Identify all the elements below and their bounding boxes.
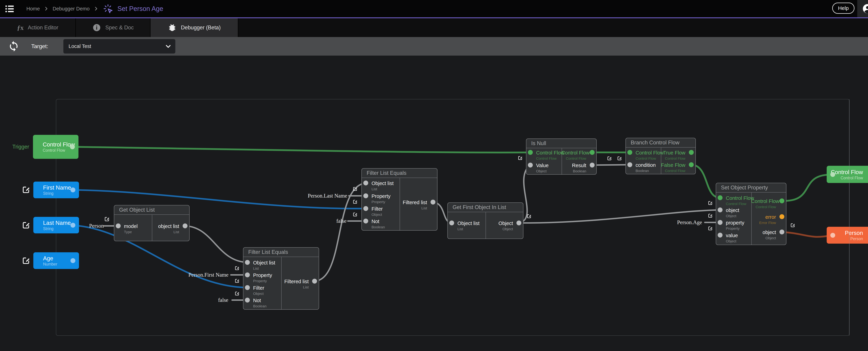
first-name-node[interactable]: First NameString bbox=[33, 182, 79, 198]
trigger-control-flow-node[interactable]: Control FlowControl Flow bbox=[33, 135, 79, 159]
branch-control-flow-port-false-flow[interactable] bbox=[689, 162, 694, 167]
port-type: Object bbox=[485, 227, 513, 231]
is-null-port-control-flow[interactable] bbox=[528, 150, 533, 155]
branch-control-flow-port-condition[interactable] bbox=[627, 162, 632, 167]
set-object-property-port-property[interactable] bbox=[718, 220, 722, 225]
branch-control-flow-port-control-flow[interactable] bbox=[627, 150, 632, 155]
help-button[interactable]: Help bbox=[832, 3, 855, 14]
tab-debugger-beta[interactable]: Debugger (Beta) bbox=[151, 18, 238, 37]
last-name-port[interactable] bbox=[70, 223, 75, 228]
is-null-port-result[interactable] bbox=[590, 163, 595, 168]
bug-icon bbox=[168, 23, 177, 32]
set-object-property-port-error[interactable] bbox=[779, 214, 784, 219]
branch-control-flow-port-true-flow[interactable] bbox=[689, 150, 694, 155]
edit-pencil-icon[interactable] bbox=[708, 226, 713, 231]
port-type: List bbox=[458, 227, 485, 231]
branch-control-flow-node[interactable]: Branch Control FlowControl FlowControl F… bbox=[625, 138, 696, 174]
filter-list-equals-1-port-not[interactable] bbox=[363, 218, 368, 224]
filter-list-equals-2-port-property[interactable] bbox=[245, 272, 250, 277]
first-name-port[interactable] bbox=[70, 187, 75, 192]
port-name: Filtered list bbox=[399, 199, 427, 206]
edit-pencil-icon[interactable] bbox=[235, 279, 239, 283]
edit-pencil-icon[interactable] bbox=[790, 223, 795, 228]
user-avatar-icon[interactable] bbox=[863, 4, 868, 14]
set-object-property-port-control-flow[interactable] bbox=[779, 199, 784, 203]
port-name: Filter bbox=[372, 205, 399, 212]
menu-list-icon[interactable] bbox=[4, 3, 15, 14]
filter-list-equals-2-port-filtered-list[interactable] bbox=[312, 279, 317, 284]
port-type: Control Flow bbox=[751, 205, 776, 209]
tab-spec-doc[interactable]: Spec & Doc bbox=[76, 18, 151, 37]
set-object-property-port-object[interactable] bbox=[779, 230, 784, 234]
port-type: Error Flow bbox=[751, 221, 776, 225]
edit-pencil-icon[interactable] bbox=[22, 185, 30, 194]
filter-list-equals-2-port-filter[interactable] bbox=[245, 285, 250, 290]
breadcrumb-home[interactable]: Home bbox=[26, 6, 40, 12]
tab-action-editor[interactable]: ƒx Action Editor bbox=[0, 18, 76, 37]
port-type: Control Flow bbox=[636, 156, 661, 160]
person-output-port[interactable] bbox=[830, 233, 835, 238]
edit-pencil-icon[interactable] bbox=[607, 156, 612, 160]
port-type: Control Flow bbox=[661, 169, 686, 173]
edit-pencil-icon[interactable] bbox=[353, 199, 358, 204]
port-name: Result bbox=[561, 162, 586, 169]
trigger-control-flow-port[interactable] bbox=[70, 144, 75, 149]
filter-list-equals-2-node[interactable]: Filter List EqualsObject listListPropert… bbox=[243, 247, 319, 310]
filter-list-equals-1-port-filter[interactable] bbox=[363, 206, 368, 211]
filter-list-equals-2-title: Filter List Equals bbox=[243, 247, 319, 257]
get-first-object-in-list-port-object-list[interactable] bbox=[449, 221, 454, 225]
filter-list-equals-1-port-object-list[interactable] bbox=[363, 180, 368, 185]
edit-pencil-icon[interactable] bbox=[353, 212, 358, 217]
port-type: Object bbox=[536, 169, 561, 173]
target-label: Target: bbox=[31, 37, 48, 56]
edit-pencil-icon[interactable] bbox=[353, 186, 358, 191]
person-output-node[interactable]: PersonPerson bbox=[827, 227, 868, 244]
port-name: Property bbox=[372, 193, 399, 200]
page-title: Set Person Age bbox=[117, 5, 163, 12]
edit-pencil-icon[interactable] bbox=[518, 155, 523, 160]
age-node[interactable]: AgeNumber bbox=[33, 252, 79, 269]
control-flow-output-node[interactable]: Control FlowControl Flow bbox=[827, 166, 868, 183]
is-null-node[interactable]: Is NullControl FlowControl FlowValueObje… bbox=[526, 139, 597, 175]
age-port[interactable] bbox=[70, 258, 75, 263]
edit-pencil-icon[interactable] bbox=[22, 257, 30, 264]
edit-pencil-icon[interactable] bbox=[22, 221, 30, 229]
port-name: Not bbox=[372, 218, 399, 225]
filter-list-equals-2-port-not[interactable] bbox=[245, 298, 250, 302]
get-object-list-node[interactable]: Get Object ListmodelTypeobject listList bbox=[114, 205, 190, 241]
get-first-object-in-list-node[interactable]: Get First Object In ListObject listListO… bbox=[447, 202, 523, 239]
edit-pencil-icon[interactable] bbox=[617, 156, 622, 160]
edit-pencil-icon[interactable] bbox=[708, 213, 713, 218]
refresh-icon[interactable] bbox=[8, 40, 20, 52]
port-name: condition bbox=[636, 162, 661, 169]
edit-pencil-icon[interactable] bbox=[527, 214, 531, 218]
port-type: Type bbox=[124, 230, 152, 234]
control-flow-output-port[interactable] bbox=[830, 172, 835, 177]
is-null-port-value[interactable] bbox=[528, 163, 533, 168]
edit-pencil-icon[interactable] bbox=[708, 201, 713, 205]
get-object-list-port-model[interactable] bbox=[116, 224, 121, 228]
set-object-property-port-value[interactable] bbox=[718, 233, 722, 237]
filter-list-equals-2-port-object-list[interactable] bbox=[245, 260, 250, 265]
filter-list-equals-1-port-filtered-list[interactable] bbox=[431, 200, 435, 205]
get-object-list-port-object-list[interactable] bbox=[183, 224, 187, 228]
edit-pencil-icon[interactable] bbox=[235, 291, 239, 296]
filter-list-equals-1-node[interactable]: Filter List EqualsObject listListPropert… bbox=[362, 168, 437, 231]
port-type: List bbox=[253, 266, 281, 270]
port-name: object bbox=[751, 229, 776, 236]
target-select[interactable]: Local Test bbox=[63, 39, 175, 54]
port-name: object bbox=[726, 207, 751, 214]
port-name: Control Flow bbox=[536, 149, 561, 156]
port-type: Control Flow bbox=[561, 156, 586, 160]
set-object-property-node[interactable]: Set Object PropertyControl FlowControl F… bbox=[716, 183, 786, 245]
set-object-property-port-control-flow[interactable] bbox=[718, 195, 722, 200]
set-object-property-port-object[interactable] bbox=[718, 207, 722, 212]
is-null-port-control-flow[interactable] bbox=[590, 150, 595, 155]
breadcrumb-debugger-demo[interactable]: Debugger Demo bbox=[53, 6, 90, 12]
edit-pencil-icon[interactable] bbox=[104, 216, 110, 222]
edit-pencil-icon[interactable] bbox=[235, 266, 239, 270]
last-name-node[interactable]: Last NameString bbox=[33, 217, 79, 233]
get-first-object-in-list-port-object[interactable] bbox=[517, 221, 521, 225]
filter-list-equals-1-port-property[interactable] bbox=[363, 194, 368, 198]
port-type: Boolean bbox=[253, 304, 281, 308]
